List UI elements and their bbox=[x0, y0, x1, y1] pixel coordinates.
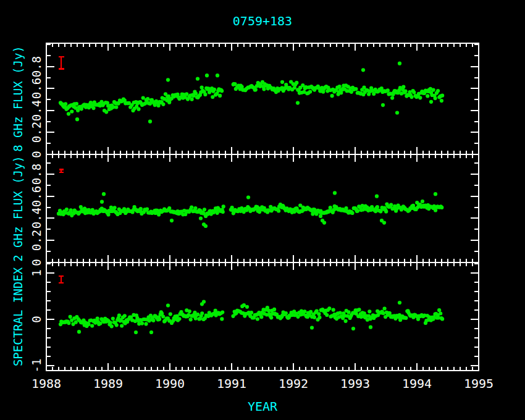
data-point bbox=[169, 313, 172, 316]
data-point bbox=[403, 90, 407, 93]
outlier-point bbox=[202, 300, 206, 303]
outlier-point bbox=[319, 214, 322, 218]
y-tick-label: 0.6 bbox=[30, 78, 43, 99]
data-point bbox=[440, 317, 444, 321]
y-tick-label: 0.4 bbox=[30, 100, 43, 121]
data-point bbox=[434, 96, 437, 100]
outlier-point bbox=[296, 101, 300, 105]
data-point bbox=[86, 322, 90, 326]
data-point bbox=[272, 308, 276, 311]
data-point bbox=[269, 316, 273, 319]
data-point bbox=[250, 311, 253, 314]
x-tick-label: 1992 bbox=[279, 376, 308, 391]
data-point bbox=[212, 88, 216, 91]
data-point bbox=[91, 106, 95, 110]
outlier-point bbox=[382, 221, 386, 225]
y-tick-label: 0.6 bbox=[30, 186, 43, 207]
data-point bbox=[317, 316, 321, 319]
y-tick-label: 0 bbox=[30, 316, 43, 322]
data-point bbox=[262, 87, 266, 91]
data-point bbox=[114, 105, 118, 109]
data-point bbox=[151, 319, 155, 322]
data-point bbox=[65, 208, 69, 211]
y-axis-title: SPECTRAL INDEX bbox=[11, 267, 25, 366]
outlier-point bbox=[395, 111, 399, 114]
y-tick-label: 1 bbox=[30, 269, 43, 276]
data-point bbox=[120, 324, 124, 327]
data-point bbox=[220, 89, 224, 93]
data-point bbox=[140, 322, 144, 326]
data-point bbox=[440, 99, 443, 103]
outlier-point bbox=[351, 327, 355, 330]
outlier-point bbox=[216, 74, 219, 77]
data-point bbox=[389, 203, 393, 207]
data-point bbox=[189, 317, 193, 321]
data-point bbox=[440, 94, 444, 98]
data-point bbox=[338, 311, 342, 314]
data-point bbox=[350, 211, 354, 215]
outlier-point bbox=[148, 120, 152, 124]
data-point bbox=[295, 81, 298, 85]
x-axis-title: YEAR bbox=[0, 399, 525, 414]
scatter-series bbox=[59, 62, 444, 124]
data-point bbox=[401, 85, 405, 89]
outlier-point bbox=[333, 191, 337, 195]
data-point bbox=[200, 311, 204, 315]
data-point bbox=[158, 317, 161, 321]
data-point bbox=[317, 312, 321, 316]
data-point bbox=[376, 205, 379, 209]
data-point bbox=[144, 322, 148, 326]
data-point bbox=[421, 200, 424, 203]
data-point bbox=[203, 93, 207, 96]
data-point bbox=[346, 310, 350, 314]
data-point bbox=[256, 317, 259, 321]
data-point bbox=[115, 323, 119, 327]
x-tick-label: 1990 bbox=[155, 376, 185, 391]
outlier-point bbox=[322, 221, 326, 225]
outlier-point bbox=[102, 192, 106, 196]
data-point bbox=[384, 209, 388, 213]
x-tick-label: 1993 bbox=[340, 376, 370, 391]
data-point bbox=[104, 110, 108, 114]
data-point bbox=[139, 207, 143, 211]
data-point bbox=[259, 315, 263, 319]
data-point bbox=[190, 98, 194, 101]
outlier-point bbox=[199, 216, 203, 220]
data-point bbox=[254, 88, 258, 91]
data-point bbox=[146, 97, 149, 101]
data-point bbox=[196, 313, 200, 316]
data-point bbox=[106, 212, 110, 216]
outlier-point bbox=[134, 330, 138, 334]
data-point bbox=[67, 321, 70, 325]
x-tick-label: 1989 bbox=[93, 376, 123, 391]
outlier-point bbox=[166, 78, 170, 82]
outlier-point bbox=[280, 80, 284, 84]
data-point bbox=[356, 209, 359, 212]
data-point bbox=[418, 96, 422, 99]
y-tick-label: 0 bbox=[30, 259, 43, 266]
data-point bbox=[374, 209, 377, 213]
data-point bbox=[368, 309, 371, 313]
x-tick-label: 1994 bbox=[402, 376, 432, 391]
outlier-point bbox=[398, 301, 401, 304]
outlier-point bbox=[429, 100, 433, 104]
data-point bbox=[437, 308, 441, 312]
panel-border bbox=[46, 43, 479, 154]
data-point bbox=[329, 206, 332, 209]
plot-canvas bbox=[0, 0, 525, 420]
data-point bbox=[338, 85, 342, 88]
outlier-point bbox=[196, 77, 200, 80]
outlier-point bbox=[246, 195, 250, 199]
y-tick-label: 0.8 bbox=[30, 164, 43, 185]
data-point bbox=[245, 305, 249, 309]
outlier-point bbox=[100, 200, 104, 204]
outlier-point bbox=[204, 224, 208, 228]
y-tick-label: 0 bbox=[30, 151, 43, 158]
data-point bbox=[113, 206, 117, 209]
y-tick-label: -1 bbox=[30, 359, 43, 373]
data-point bbox=[221, 210, 225, 214]
x-tick-label: 1988 bbox=[32, 376, 61, 391]
outlier-point bbox=[75, 117, 79, 121]
data-point bbox=[382, 311, 385, 315]
data-point bbox=[187, 313, 190, 317]
